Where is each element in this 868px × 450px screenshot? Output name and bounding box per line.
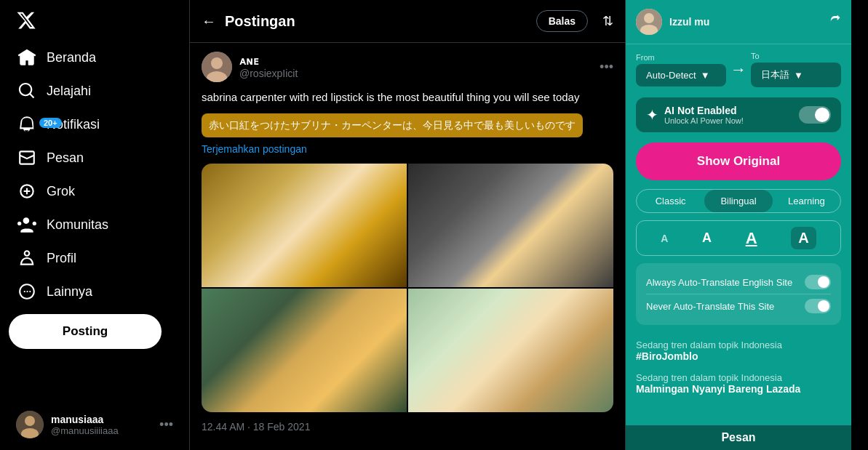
post-button[interactable]: Posting xyxy=(9,314,162,349)
panel-header: Izzul mu xyxy=(626,0,851,44)
tweet-translated-text: 赤い口紅をつけたサブリナ・カーペンターは、今日見る中で最も美しいものです xyxy=(202,113,583,137)
tweet-author-avatar xyxy=(202,52,232,82)
tweet-author-handle: @rosiexpIicit xyxy=(239,68,298,79)
ai-sparkle-icon: ✦ xyxy=(646,106,658,124)
tweet-timestamp: 12.44 AM · 18 Feb 2021 xyxy=(202,421,613,433)
adjust-icon[interactable]: ⇅ xyxy=(602,13,613,29)
tweet-author-info: ᴀɴᴇ @rosiexpIicit xyxy=(239,55,298,79)
trending-1-label: Sedang tren dalam topik Indonesia xyxy=(636,339,841,350)
bottom-bar: Pesan xyxy=(626,425,851,450)
sidebar-item-komunitas-label: Komunitas xyxy=(47,217,108,233)
sidebar-item-lainnya[interactable]: Lainnya xyxy=(9,275,180,308)
toggle-thumb xyxy=(815,108,829,122)
sidebar-item-komunitas[interactable]: Komunitas xyxy=(9,208,180,241)
ai-toggle-row: ✦ AI Not Enabled Unlock AI Power Now! xyxy=(636,97,841,132)
trending-item-1: Sedang tren dalam topik Indonesia #BiroJ… xyxy=(636,337,841,365)
to-label: To xyxy=(751,52,841,60)
sidebar-item-grok-label: Grok xyxy=(47,184,75,199)
person-icon xyxy=(17,249,36,268)
auto-translate-english-label: Always Auto-Translate English Site xyxy=(646,277,805,288)
font-size-active-button[interactable]: A xyxy=(791,227,816,249)
sidebar-item-beranda-label: Beranda xyxy=(47,50,96,65)
panel-username: Izzul mu xyxy=(669,16,821,28)
sidebar-item-lainnya-label: Lainnya xyxy=(47,284,92,300)
page-title: Postingan xyxy=(225,13,527,30)
ai-subtitle: Unlock AI Power Now! xyxy=(664,116,793,125)
user-display-name: manusiaaa xyxy=(51,414,152,425)
reply-button[interactable]: Balas xyxy=(536,10,588,32)
tweet-author-name: ᴀɴᴇ xyxy=(239,55,298,68)
tweet-image-2[interactable] xyxy=(408,164,613,287)
svg-point-1 xyxy=(25,416,35,426)
x-logo[interactable] xyxy=(12,6,41,35)
sidebar-item-profil-label: Profil xyxy=(47,251,76,266)
bottom-bar-label: Pesan xyxy=(721,431,755,444)
tab-classic[interactable]: Classic xyxy=(637,190,704,212)
small-toggle-thumb-1 xyxy=(818,276,829,288)
main-content: ← Postingan Balas ⇅ ᴀɴᴇ @rosiexpIicit ••… xyxy=(189,0,626,450)
translation-panel: Izzul mu From Auto-Detect ▼ → To 日本語 ▼ ✦… xyxy=(626,0,851,450)
to-language-button[interactable]: 日本語 ▼ xyxy=(751,63,841,87)
sidebar-item-pesan-label: Pesan xyxy=(47,150,84,166)
ai-toggle-switch[interactable] xyxy=(799,106,831,124)
sidebar-item-jelajahi[interactable]: Jelajahi xyxy=(9,74,180,108)
sidebar-item-grok[interactable]: Grok xyxy=(9,174,180,208)
ai-text-info: AI Not Enabled Unlock AI Power Now! xyxy=(664,105,793,125)
tab-learning[interactable]: Learning xyxy=(773,190,840,212)
never-translate-row: Never Auto-Translate This Site xyxy=(646,294,831,318)
tweet-image-1[interactable] xyxy=(202,164,407,287)
font-size-row: A A A A xyxy=(636,220,841,256)
from-label: From xyxy=(636,53,726,62)
user-menu-dots[interactable]: ••• xyxy=(159,417,173,433)
language-selection-row: From Auto-Detect ▼ → To 日本語 ▼ xyxy=(626,44,851,95)
sidebar-item-beranda[interactable]: Beranda xyxy=(9,41,180,74)
to-dropdown-arrow-icon: ▼ xyxy=(794,70,803,81)
tab-bilingual[interactable]: Bilingual xyxy=(704,190,772,212)
tweet-image-4[interactable] xyxy=(408,289,613,412)
to-language-value: 日本語 xyxy=(761,68,789,81)
trending-1-tag[interactable]: #BiroJomblo xyxy=(636,350,841,362)
auto-translate-english-toggle[interactable] xyxy=(805,275,831,289)
x-logo-icon xyxy=(16,10,36,31)
show-original-button[interactable]: Show Original xyxy=(636,142,841,180)
post-header: ← Postingan Balas ⇅ xyxy=(190,0,625,43)
svg-point-7 xyxy=(644,13,654,23)
tweet-more-dots[interactable]: ••• xyxy=(600,60,613,75)
avatar xyxy=(16,411,44,438)
community-icon xyxy=(17,215,36,234)
font-size-large-button[interactable]: A xyxy=(746,229,757,248)
trending-item-2: Sedang tren dalam topik Indonesia Malmin… xyxy=(636,369,841,398)
user-info: manusiaaa @manuusiiiiaaa xyxy=(51,414,152,436)
sidebar-item-pesan[interactable]: Pesan xyxy=(9,141,180,174)
from-language-value: Auto-Detect xyxy=(646,70,696,81)
font-size-small-button[interactable]: A xyxy=(661,233,668,244)
sidebar-item-notifikasi[interactable]: 20+ Notifikasi xyxy=(9,108,180,141)
tweet-image-3[interactable] xyxy=(202,289,407,412)
panel-user-avatar xyxy=(636,9,662,35)
font-size-medium-button[interactable]: A xyxy=(702,230,712,246)
back-button[interactable]: ← xyxy=(202,13,216,30)
notification-badge: 20+ xyxy=(39,118,62,128)
never-translate-toggle[interactable] xyxy=(805,299,831,313)
user-profile-section[interactable]: manusiaaa @manuusiiiiaaa ••• xyxy=(9,405,180,444)
tweet-text: sabrina carpenter with red lipstick is t… xyxy=(202,89,613,106)
tweet-body: ᴀɴᴇ @rosiexpIicit ••• sabrina carpenter … xyxy=(190,43,625,441)
translate-link[interactable]: Terjemahkan postingan xyxy=(202,143,613,155)
small-toggle-thumb-2 xyxy=(818,300,829,312)
dropdown-arrow-icon: ▼ xyxy=(701,70,710,81)
user-handle: @manuusiiiiaaa xyxy=(51,425,152,436)
tweet-image-grid xyxy=(202,164,613,412)
share-icon[interactable] xyxy=(828,14,841,31)
trending-2-label: Sedang tren dalam topik Indonesia xyxy=(636,372,841,383)
bell-icon: 20+ xyxy=(17,115,36,134)
search-icon xyxy=(17,81,36,100)
from-language-button[interactable]: Auto-Detect ▼ xyxy=(636,64,726,87)
sidebar-item-profil[interactable]: Profil xyxy=(9,241,180,275)
home-icon xyxy=(17,48,36,67)
language-arrow-icon: → xyxy=(730,60,746,79)
sidebar: Beranda Jelajahi 20+ Notifikasi Pesan Gr… xyxy=(0,0,189,450)
mode-tabs: Classic Bilingual Learning xyxy=(636,189,841,213)
svg-point-4 xyxy=(211,57,223,69)
trending-2-tag[interactable]: Malmingan Nyanyi Bareng Lazada xyxy=(636,383,841,395)
mail-icon xyxy=(17,148,36,167)
